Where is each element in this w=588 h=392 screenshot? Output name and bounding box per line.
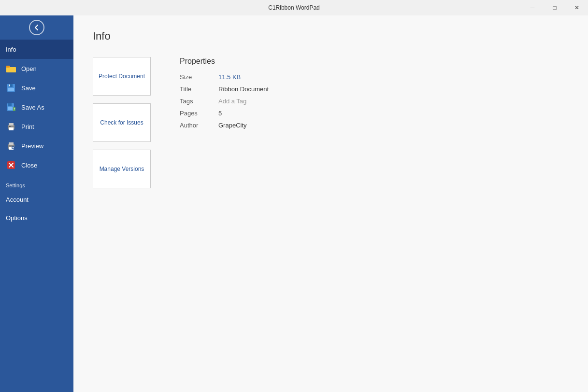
sidebar-item-preview[interactable]: Preview	[0, 136, 73, 155]
properties-table: Size 11.5 KB Title Ribbon Document Tags …	[180, 73, 373, 129]
sidebar-preview-label: Preview	[21, 142, 43, 150]
properties-section: Properties Size 11.5 KB Title Ribbon Doc…	[180, 57, 569, 134]
svg-rect-15	[9, 126, 11, 127]
window-controls: ─ □ ✕	[521, 0, 588, 15]
prop-row-pages: Pages 5	[180, 110, 373, 117]
svg-rect-9	[8, 107, 13, 110]
prop-label-tags: Tags	[180, 98, 218, 105]
main-content: Info Protect Document Check for Issues M…	[73, 15, 588, 392]
svg-rect-13	[9, 123, 14, 126]
sidebar-info-label: Info	[6, 46, 16, 53]
action-cards: Protect Document Check for Issues Manage…	[93, 57, 151, 188]
window-close-button[interactable]: ✕	[566, 0, 588, 15]
properties-title: Properties	[180, 57, 569, 66]
back-button[interactable]	[0, 15, 73, 40]
svg-point-20	[13, 147, 14, 149]
protect-document-label: Protect Document	[99, 73, 145, 80]
prop-label-size: Size	[180, 73, 218, 81]
prop-row-tags: Tags Add a Tag	[180, 98, 373, 105]
save-icon	[6, 83, 16, 93]
prop-value-size: 11.5 KB	[218, 73, 241, 81]
prop-value-title: Ribbon Document	[218, 85, 269, 93]
prop-value-pages: 5	[218, 110, 222, 117]
prop-row-size: Size 11.5 KB	[180, 73, 373, 81]
prop-label-author: Author	[180, 122, 218, 129]
sidebar-item-options[interactable]: Options	[0, 209, 73, 227]
page-title: Info	[93, 30, 569, 42]
options-label: Options	[6, 214, 28, 222]
check-for-issues-label: Check for Issues	[100, 119, 143, 126]
sidebar-item-save-as[interactable]: + Save As	[0, 98, 73, 117]
prop-value-author: GrapeCity	[218, 122, 247, 129]
svg-rect-17	[9, 142, 14, 145]
close-file-icon	[6, 160, 16, 170]
info-columns: Protect Document Check for Issues Manage…	[93, 57, 569, 188]
sidebar-open-label: Open	[21, 65, 37, 72]
account-label: Account	[6, 196, 29, 203]
save-as-icon: +	[6, 102, 16, 112]
app-container: Info Open Save	[0, 15, 588, 392]
back-circle-icon	[29, 20, 44, 35]
manage-versions-card[interactable]: Manage Versions	[93, 150, 151, 188]
svg-rect-8	[8, 103, 12, 106]
sidebar-save-label: Save	[21, 84, 36, 92]
sidebar-item-save[interactable]: Save	[0, 78, 73, 98]
prop-row-title: Title Ribbon Document	[180, 85, 373, 93]
sidebar-item-open[interactable]: Open	[0, 59, 73, 78]
sidebar-item-account[interactable]: Account	[0, 190, 73, 209]
svg-rect-5	[8, 88, 14, 91]
prop-row-author: Author GrapeCity	[180, 122, 373, 129]
window-title: C1Ribbon WordPad	[268, 4, 320, 11]
sidebar-close-label: Close	[21, 162, 37, 169]
maximize-button[interactable]: □	[544, 0, 566, 15]
protect-document-card[interactable]: Protect Document	[93, 57, 151, 96]
svg-rect-1	[6, 67, 16, 72]
sidebar-item-print[interactable]: Print	[0, 117, 73, 136]
manage-versions-label: Manage Versions	[100, 166, 144, 172]
print-icon	[6, 121, 16, 132]
minimize-button[interactable]: ─	[521, 0, 544, 15]
svg-rect-14	[9, 127, 14, 130]
open-icon	[6, 63, 16, 74]
svg-text:+: +	[14, 107, 15, 111]
sidebar-print-label: Print	[21, 123, 34, 130]
check-for-issues-card[interactable]: Check for Issues	[93, 103, 151, 142]
prop-value-tags[interactable]: Add a Tag	[218, 98, 246, 105]
svg-rect-2	[6, 66, 10, 68]
prop-label-title: Title	[180, 85, 218, 93]
title-bar: C1Ribbon WordPad ─ □ ✕	[0, 0, 588, 15]
sidebar-item-info[interactable]: Info	[0, 40, 73, 59]
sidebar-save-as-label: Save As	[21, 104, 44, 111]
sidebar-item-close[interactable]: Close	[0, 155, 73, 175]
preview-icon	[6, 140, 16, 151]
svg-rect-6	[9, 84, 10, 86]
sidebar: Info Open Save	[0, 15, 73, 392]
settings-section-label: Settings	[0, 179, 73, 190]
prop-label-pages: Pages	[180, 110, 218, 117]
